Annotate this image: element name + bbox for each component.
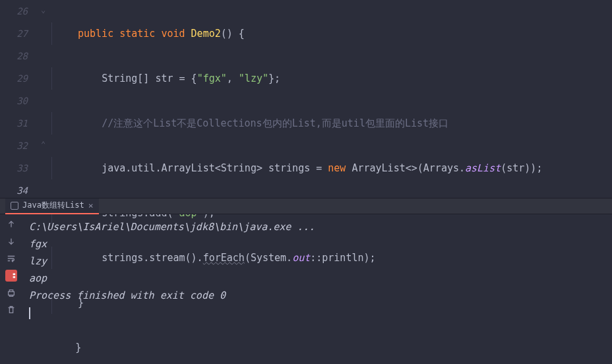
- code-text: ArrayList<>(Arrays.: [346, 162, 465, 174]
- line-number: 32: [0, 135, 28, 157]
- code-text: };: [268, 73, 280, 84]
- scroll-down-button[interactable]: [5, 235, 17, 247]
- svg-rect-0: [9, 291, 15, 295]
- run-tab-label: Java数组转List: [22, 200, 84, 211]
- operator: =: [179, 73, 185, 84]
- generic-type: String: [221, 162, 257, 174]
- line-number: 27: [0, 22, 28, 45]
- keyword: static: [119, 28, 155, 40]
- static-method: asList: [465, 162, 501, 174]
- code-text: strings: [262, 162, 316, 174]
- line-gutter: 26 27 28 29 30 31 32 33 34: [0, 0, 40, 198]
- code-area[interactable]: public static void Demo2() { String[] st…: [51, 0, 612, 198]
- code-text: [322, 162, 328, 174]
- keyword: void: [161, 28, 185, 40]
- code-text: >: [257, 162, 262, 174]
- code-editor[interactable]: 26 27 28 29 30 31 32 33 34 ⌄ ⌃ public st…: [0, 0, 612, 198]
- comment: //注意这个List不是Collections包内的List,而是util包里面…: [102, 117, 448, 129]
- operator: =: [316, 162, 322, 174]
- line-number: 26: [0, 0, 28, 22]
- close-tab-icon[interactable]: ×: [88, 200, 94, 210]
- method-name: Demo2: [191, 28, 221, 40]
- soft-wrap-button[interactable]: [5, 253, 17, 264]
- run-console: Java数组转List × C:\Users\IsAriel\Documents…: [0, 198, 612, 364]
- line-number: 28: [0, 45, 28, 67]
- code-text: String[] str: [102, 73, 179, 84]
- line-number: 29: [0, 67, 28, 90]
- code-text: ,: [227, 73, 239, 84]
- code-text: (str));: [501, 162, 542, 174]
- string-literal: "fgx": [197, 73, 227, 84]
- console-output[interactable]: C:\Users\IsAriel\Documents\jdk8\bin\java…: [22, 214, 612, 364]
- line-number: 30: [0, 90, 28, 112]
- keyword: new: [328, 162, 346, 174]
- line-number: 31: [0, 112, 28, 135]
- line-number: 33: [0, 157, 28, 179]
- output-exit: Process finished with exit code 0: [29, 287, 605, 304]
- print-button[interactable]: [5, 287, 17, 299]
- console-tabbar: Java数组转List ×: [0, 198, 612, 214]
- stop-button[interactable]: [5, 270, 17, 282]
- scroll-up-button[interactable]: [5, 218, 17, 230]
- code-text: <: [215, 162, 221, 174]
- code-text: java.util.ArrayList: [102, 162, 215, 174]
- fold-gutter: ⌄ ⌃: [40, 0, 51, 198]
- code-text: {: [185, 73, 197, 84]
- keyword: public: [78, 28, 113, 40]
- fold-close-icon[interactable]: ⌃: [41, 140, 46, 149]
- output-line: aop: [29, 270, 605, 287]
- delete-button[interactable]: [5, 304, 17, 316]
- output-line: lzy: [29, 253, 605, 270]
- output-line: fgx: [29, 235, 605, 253]
- run-tab[interactable]: Java数组转List ×: [5, 198, 99, 214]
- console-cursor: [29, 307, 30, 319]
- code-text: (): [221, 28, 233, 40]
- console-toolbar: [0, 214, 22, 364]
- fold-open-icon[interactable]: ⌄: [41, 5, 46, 15]
- string-literal: "lzy": [239, 73, 268, 84]
- code-text: {: [233, 28, 245, 40]
- run-config-icon: [11, 202, 18, 210]
- output-line: C:\Users\IsAriel\Documents\jdk8\bin\java…: [29, 218, 605, 235]
